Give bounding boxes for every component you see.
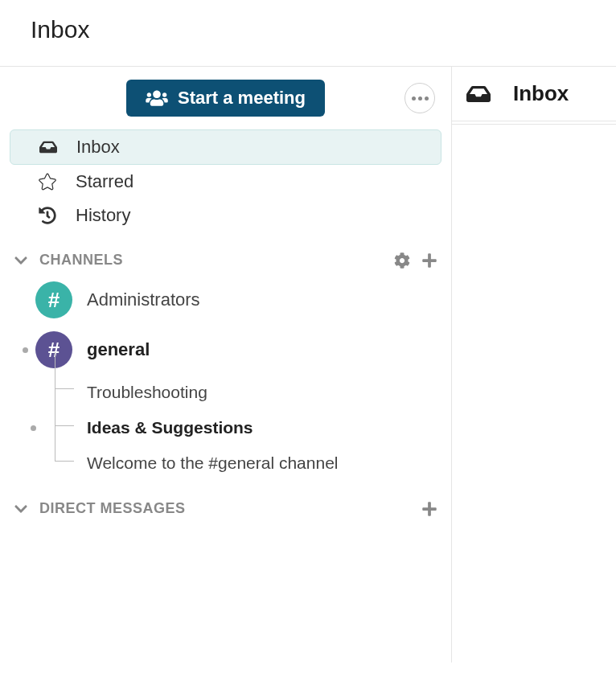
star-icon bbox=[39, 173, 56, 191]
ellipsis-icon bbox=[412, 96, 416, 101]
channel-administrators[interactable]: # Administrators bbox=[10, 275, 441, 325]
direct-messages-section-header[interactable]: DIRECT MESSAGES bbox=[10, 481, 441, 523]
channels-section-title: CHANNELS bbox=[39, 252, 383, 269]
nav-starred[interactable]: Starred bbox=[10, 165, 441, 199]
inbox-icon bbox=[466, 82, 491, 106]
channels-section-header[interactable]: CHANNELS bbox=[10, 232, 441, 275]
inbox-icon bbox=[39, 138, 57, 156]
history-icon bbox=[39, 207, 56, 224]
unread-dot-icon bbox=[31, 425, 36, 431]
unread-dot-icon bbox=[23, 347, 28, 353]
thread-label: Troubleshooting bbox=[87, 383, 207, 402]
thread-label: Ideas & Suggestions bbox=[87, 418, 253, 437]
thread-label: Welcome to the #general channel bbox=[87, 453, 338, 473]
chevron-down-icon bbox=[14, 502, 28, 516]
channel-name: general bbox=[87, 339, 150, 360]
direct-messages-section-title: DIRECT MESSAGES bbox=[39, 500, 410, 517]
thread-ideas-suggestions[interactable]: Ideas & Suggestions bbox=[10, 410, 441, 445]
main-header: Inbox bbox=[452, 67, 616, 121]
start-meeting-label: Start a meeting bbox=[178, 88, 306, 109]
more-options-button[interactable] bbox=[405, 83, 435, 113]
plus-icon[interactable] bbox=[421, 252, 437, 269]
hashtag-icon: # bbox=[35, 281, 72, 318]
channel-general[interactable]: # general bbox=[10, 325, 441, 375]
sidebar-topbar: Start a meeting bbox=[10, 80, 441, 129]
nav-inbox-label: Inbox bbox=[76, 137, 120, 158]
page-title: Inbox bbox=[31, 16, 585, 43]
sidebar: Start a meeting Inbox Starred Hi bbox=[0, 67, 452, 663]
thread-welcome[interactable]: Welcome to the #general channel bbox=[10, 445, 441, 481]
thread-troubleshooting[interactable]: Troubleshooting bbox=[10, 375, 441, 410]
plus-icon[interactable] bbox=[421, 501, 437, 517]
nav-history[interactable]: History bbox=[10, 199, 441, 232]
start-meeting-button[interactable]: Start a meeting bbox=[126, 80, 325, 117]
gear-icon[interactable] bbox=[394, 252, 410, 269]
nav-history-label: History bbox=[76, 205, 130, 226]
tree-connector-icon bbox=[55, 352, 74, 462]
main-panel: Inbox bbox=[452, 67, 616, 125]
users-icon bbox=[146, 89, 168, 107]
channel-name: Administrators bbox=[87, 289, 200, 310]
nav-inbox[interactable]: Inbox bbox=[10, 129, 441, 165]
chevron-down-icon bbox=[14, 253, 28, 268]
nav-starred-label: Starred bbox=[76, 171, 133, 192]
app-header: Inbox bbox=[0, 0, 616, 67]
main-title: Inbox bbox=[513, 81, 569, 106]
